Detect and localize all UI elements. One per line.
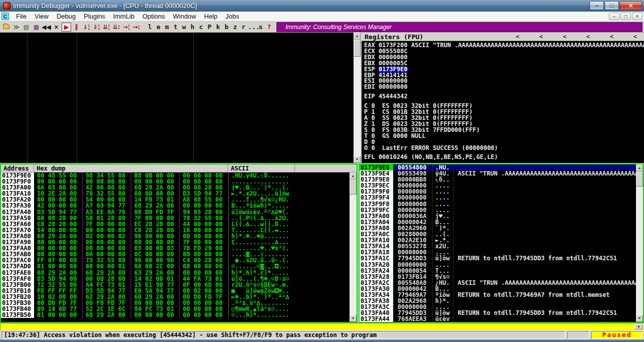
hex-row[interactable]: 0173FAA000 00 00 0000 00 00 0003 00 00 0… [1,245,357,251]
register-line[interactable]: ECX 0055508C [364,49,644,55]
stack-row[interactable]: 0173FA08002A2960`)*. [360,225,643,231]
hex-row[interactable]: 0173FB0072 32 55 00A4 FC 73 0115 E1 90 7… [1,282,357,288]
open-file-button[interactable] [2,23,11,32]
toolbar-letter-z[interactable]: z [231,23,239,32]
hex-row[interactable]: 0173FA2000 00 00 0054 00 00 0014 FB 73 0… [1,197,357,203]
close-button[interactable]: ✕ [619,1,642,10]
register-line[interactable]: A 0 SS 0023 32bit 0(FFFFFFFF) [364,115,644,121]
menu-item-immlib[interactable]: ImmLib [109,12,139,21]
toolbar-letter-more[interactable]: ... [248,23,256,32]
registers-panel[interactable]: Registers (FPU) <<<<<< EAX 0173F200 ASCI… [362,33,644,163]
minimize-button[interactable]: – [589,1,604,10]
hex-row[interactable]: 0173FAF0D3 5D 94 0000 00 28 0014 02 00 0… [1,276,357,282]
hex-row[interactable]: 0173FA1010 2E 2A 0078 32 55 0000 00 00 0… [1,191,357,197]
hex-row[interactable]: 0173FA006A 03 00 0042 00 00 0060 29 2A 0… [1,185,357,191]
hex-row[interactable]: 0173FA7054 00 00 0000 00 00 00C8 28 28 0… [1,227,357,233]
register-line[interactable]: C 0 ES 0023 32bit 0(FFFFFFFF) [364,103,644,109]
scroll-down-icon[interactable]: ▼ [350,315,357,322]
toolbar-letter-s[interactable]: s [256,23,265,32]
register-line[interactable]: S 0 FS 003B 32bit 7FFDD000(FFF) [364,127,644,133]
stack-row[interactable]: 0173FA4077945DD3ü]öwRETURN to ntdll.7794… [360,310,643,316]
hex-row[interactable]: 0173FAD001 00 00 0000 00 00 010A 00 2C 0… [1,263,357,269]
until-return-button[interactable]: →¦ [122,23,131,32]
register-line[interactable]: EFL 00010246 (NO,NB,E,BE,NS,PE,GE,LE) [364,154,644,160]
close-process-button[interactable]: × [52,23,61,32]
cpu-disassembly-panel[interactable]: ▲ ▼ [0,33,361,163]
hex-row[interactable]: 0173FA40D3 5D 94 77A3 EE 8A 7600 D0 FD 7… [1,209,357,215]
pause-button[interactable]: ‖ [72,23,81,32]
step-over-button[interactable]: ⇓¦ [92,23,101,32]
register-line[interactable]: T 0 GS 0000 NULL [364,133,644,139]
step-into-button[interactable]: ↓¦ [82,23,91,32]
hex-row[interactable]: 0173FA60C8 28 28 007F 00 00 00EC 28 28 0… [1,221,357,227]
trace-into-button[interactable]: ⇊¦ [102,23,111,32]
stack-row[interactable]: 0173FA2C005548A8¿HU.ASCII "TRUN .AAAAAAA… [360,280,643,286]
stack-row[interactable]: 0173F9E400553498ÿ4U.ASCII "TRUN .AAAAAAA… [360,170,643,177]
toolbar-letter-k[interactable]: k [214,23,222,32]
scroll-down-icon[interactable]: ▼ [354,156,361,163]
hex-dump-panel[interactable]: Address Hex dump ASCII 0173F9E000 48 55 … [0,163,358,323]
menu-item-file[interactable]: File [12,12,31,21]
stack-row[interactable]: 0173FA38002A2968h)*. [360,298,643,304]
step-back-button[interactable]: ◀◀ [42,23,51,32]
stack-row[interactable]: 0173FA000000036Aj♥.. [360,213,643,219]
stack-row[interactable]: 0173F9E800000BB8┐δ.. [360,177,643,183]
scrollbar-thumb[interactable] [354,40,361,57]
menu-item-debug[interactable]: Debug [53,12,80,21]
hex-row[interactable]: 0173FA5000 00 28 0050 01 28 007F 00 00 0… [1,215,357,221]
scrollbar-thumb[interactable] [636,172,643,187]
scroll-down-icon[interactable]: ▼ [636,315,643,322]
hex-row[interactable]: 0173FAC0FF 07 00 0073 32 55 0096 00 00 9… [1,257,357,263]
toolbar-letter-w[interactable]: w [180,23,188,32]
menu-item-help[interactable]: Help [200,12,222,21]
hex-row[interactable]: 0173FA9080 00 00 0000 00 00 0000 00 00 0… [1,239,357,245]
maximize-button[interactable]: □ [604,1,619,10]
stack-row[interactable]: 0173F9EC00000000.... [360,183,643,189]
stack-row[interactable]: 0173F9F800000000.... [360,201,643,207]
hex-row[interactable]: 0173FAB000 00 00 000A 00 00 000C 00 00 0… [1,251,357,257]
toolbar-letter-t[interactable]: t [171,23,180,32]
toolbar-letter-b[interactable]: b [222,23,231,32]
register-line[interactable]: D 0 [364,139,644,145]
register-line[interactable]: ESI 00000000 [364,78,644,84]
hex-row[interactable]: 0173FA8068 29 2A 0002 00 00 0296 00 00 0… [1,233,357,239]
until-user-button[interactable]: →: [132,23,141,32]
stack-row[interactable]: 0173FA3C00000000.... [360,304,643,310]
trace-over-button[interactable]: ⇊: [112,23,121,32]
menu-item-jobs[interactable]: Jobs [221,12,243,21]
menu-item-view[interactable]: View [31,12,53,21]
toolbar-letter-l[interactable]: l [146,23,154,32]
stack-row[interactable]: 0173FA0C00280000..(. [360,231,643,237]
toolbar-letter-e[interactable]: e [154,23,163,32]
register-line[interactable] [364,100,644,103]
register-line[interactable]: ESP 0173F9E0 [364,67,644,73]
scroll-up-icon[interactable]: ▲ [636,164,643,172]
stack-row[interactable]: 0173F9F000000000.... [360,189,643,195]
hex-row[interactable]: 0173FB5001 00 00 0068 29 2A 0000 00 00 0… [1,312,357,318]
stack-row[interactable]: 0173F9F400000000.... [360,195,643,201]
register-line[interactable]: EBX 0000005C [364,61,644,67]
stack-row[interactable]: 0173FA2000000000.... [360,262,643,268]
register-line[interactable]: EDI 00000000 [364,84,644,90]
toolbar-letter-r[interactable]: r [239,23,248,32]
hex-row[interactable]: 0173FA3042 00 00 00A7 69 94 7768 29 2A 0… [1,203,357,209]
command-dropdown-button[interactable]: ▼ [634,324,643,329]
hex-row[interactable]: 0173FB3000 D0 FD 7F00 F0 FD 7F00 00 00 0… [1,300,357,306]
stack-row[interactable]: 0173FA2400000054T... [360,268,643,274]
cpu-scrollbar[interactable]: ▲ ▼ [354,33,361,163]
register-line[interactable]: P 1 CS 001B 32bit 0(FFFFFFFF) [364,109,644,115]
mdi-close-button[interactable]: × [632,13,642,20]
toolbar-letter-P[interactable]: P [205,23,214,32]
toolbar-letter-c[interactable]: c [197,23,205,32]
mdi-minimize-button[interactable]: – [609,13,619,20]
menu-item-options[interactable]: Options [138,12,169,21]
windows-button[interactable]: ▦ [32,23,41,32]
stack-row[interactable]: 0173FA1800000000.... [360,249,643,255]
mdi-restore-button[interactable]: □ [620,13,631,20]
run-button[interactable]: ▶ [62,23,71,32]
hex-row[interactable]: 0173FB2010 02 00 0062 29 2A 0060 29 2A 0… [1,294,357,300]
register-line[interactable]: EBP 41414141 [364,73,644,79]
log-window-button[interactable]: ▤ [22,23,31,32]
scrollbar-thumb[interactable] [350,180,357,195]
stack-row[interactable]: 0173FA44768AEEA3úεèv [360,316,643,322]
